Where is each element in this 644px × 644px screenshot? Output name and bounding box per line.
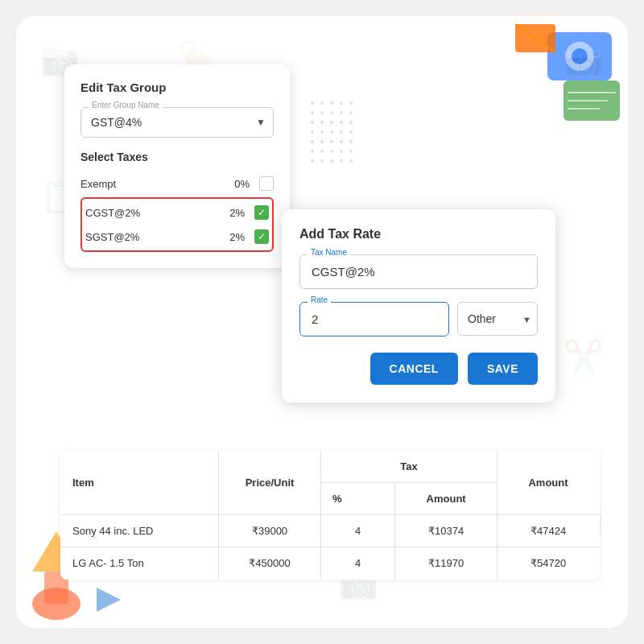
svg-point-17 <box>349 101 353 105</box>
dot-pattern <box>306 97 402 177</box>
svg-point-41 <box>340 150 343 153</box>
svg-point-26 <box>340 121 343 124</box>
group-name-field-group: Enter Group Name GST@4% ▼ <box>80 107 274 138</box>
col-header-amount: Amount <box>497 451 600 515</box>
svg-point-14 <box>320 101 324 105</box>
svg-point-16 <box>340 101 343 105</box>
rate-row: Rate Other CGST SGST IGST ▼ <box>299 302 538 336</box>
group-name-dropdown[interactable]: GST@4% <box>80 107 274 138</box>
cell-item: Sony 44 inc. LED <box>61 515 219 547</box>
rate-input[interactable] <box>299 302 449 336</box>
add-tax-button-row: CANCEL SAVE <box>299 353 538 385</box>
deco-top-right <box>467 16 628 161</box>
group-name-label: Enter Group Name <box>89 101 163 109</box>
svg-point-35 <box>330 140 333 143</box>
add-tax-title: Add Tax Rate <box>299 227 538 242</box>
svg-marker-12 <box>97 588 121 612</box>
highlighted-tax-rows: CGST@2% 2% ✓ SGST@2% 2% ✓ <box>80 197 274 252</box>
svg-point-33 <box>311 140 314 143</box>
tax-percent-cgst: 2% <box>229 207 245 219</box>
svg-point-21 <box>340 111 343 114</box>
tax-percent-exempt: 0% <box>234 178 250 190</box>
other-select-wrapper: Other CGST SGST IGST ▼ <box>457 302 538 336</box>
tax-name-field-group: Tax Name <box>299 254 538 289</box>
svg-point-40 <box>330 150 333 153</box>
bg-icon-3: 📷 <box>564 40 604 78</box>
table-row: LG AC- 1.5 Ton ₹450000 4 ₹11970 ₹54720 <box>61 547 600 580</box>
cell-price: ₹39000 <box>219 515 321 547</box>
other-select[interactable]: Other CGST SGST IGST <box>457 302 538 336</box>
col-header-tax-amt: Amount <box>395 483 497 515</box>
svg-point-30 <box>330 130 333 134</box>
add-tax-card: Add Tax Rate Tax Name Rate Other CGST SG… <box>282 209 555 402</box>
cell-tax-pct: 4 <box>320 515 394 547</box>
svg-rect-3 <box>515 24 555 52</box>
cell-tax-amt: ₹10374 <box>395 515 497 547</box>
svg-point-46 <box>340 159 343 163</box>
svg-point-38 <box>311 150 314 153</box>
col-header-tax-pct: % <box>320 483 394 515</box>
svg-point-45 <box>330 159 333 163</box>
tax-name-exempt: Exempt <box>80 178 234 190</box>
cell-amount: ₹54720 <box>497 547 600 580</box>
tax-name-cgst: CGST@2% <box>85 207 229 219</box>
svg-point-39 <box>320 150 324 153</box>
svg-point-9 <box>32 588 80 620</box>
tax-row-cgst: CGST@2% 2% ✓ <box>85 200 269 225</box>
cell-tax-amt: ₹11970 <box>395 547 497 580</box>
svg-point-42 <box>349 150 353 153</box>
svg-point-22 <box>349 111 353 114</box>
svg-point-25 <box>330 121 333 124</box>
tax-row-exempt: Exempt 0% <box>80 171 274 196</box>
edit-tax-card: Edit Tax Group Enter Group Name GST@4% ▼… <box>64 64 290 268</box>
col-header-price: Price/Unit <box>219 451 321 515</box>
svg-point-43 <box>311 159 314 163</box>
cell-tax-pct: 4 <box>320 547 394 580</box>
main-container: 📷 🏷️ 📷 📋 ✂️ 📷 📷 📷 Edit Tax Group Enter G… <box>16 16 628 628</box>
items-table-wrapper: Item Price/Unit Tax Amount % Amount Sony… <box>60 450 600 580</box>
svg-point-28 <box>311 130 314 134</box>
tax-name-floating-label: Tax Name <box>308 248 350 257</box>
svg-point-36 <box>340 140 343 143</box>
svg-point-47 <box>349 159 353 163</box>
checkbox-sgst[interactable]: ✓ <box>254 229 269 244</box>
cell-price: ₹450000 <box>219 547 321 580</box>
cancel-button[interactable]: CANCEL <box>370 353 458 385</box>
svg-point-32 <box>349 130 353 134</box>
save-button[interactable]: SAVE <box>468 353 538 385</box>
table-row: Sony 44 inc. LED ₹39000 4 ₹10374 ₹47424 <box>61 515 600 547</box>
cell-item: LG AC- 1.5 Ton <box>61 547 219 580</box>
bg-icon-5: ✂️ <box>564 338 604 376</box>
svg-point-18 <box>311 111 314 114</box>
tax-name-sgst: SGST@2% <box>85 231 229 243</box>
items-table: Item Price/Unit Tax Amount % Amount Sony… <box>60 450 600 580</box>
rate-input-group: Rate <box>299 302 449 336</box>
svg-point-37 <box>349 140 353 143</box>
svg-point-29 <box>320 130 324 134</box>
svg-point-34 <box>320 140 324 143</box>
svg-point-27 <box>349 121 353 124</box>
svg-point-24 <box>320 121 324 124</box>
tax-name-input[interactable] <box>299 254 538 289</box>
svg-point-23 <box>311 121 314 124</box>
col-header-item: Item <box>61 451 219 515</box>
svg-point-13 <box>311 101 314 105</box>
edit-tax-title: Edit Tax Group <box>80 80 274 94</box>
svg-point-15 <box>330 101 333 105</box>
svg-point-20 <box>330 111 333 114</box>
col-header-tax: Tax <box>320 451 497 483</box>
svg-line-4 <box>515 24 555 52</box>
tax-row-sgst: SGST@2% 2% ✓ <box>85 225 269 249</box>
svg-point-19 <box>320 111 324 114</box>
svg-point-31 <box>340 130 343 134</box>
svg-point-44 <box>320 159 324 163</box>
cell-amount: ₹47424 <box>497 515 600 547</box>
checkbox-cgst[interactable]: ✓ <box>254 205 269 220</box>
rate-floating-label: Rate <box>308 295 331 304</box>
svg-rect-5 <box>564 80 620 121</box>
tax-percent-sgst: 2% <box>229 231 245 243</box>
select-taxes-label: Select Taxes <box>80 151 274 163</box>
checkbox-exempt[interactable] <box>259 176 274 191</box>
